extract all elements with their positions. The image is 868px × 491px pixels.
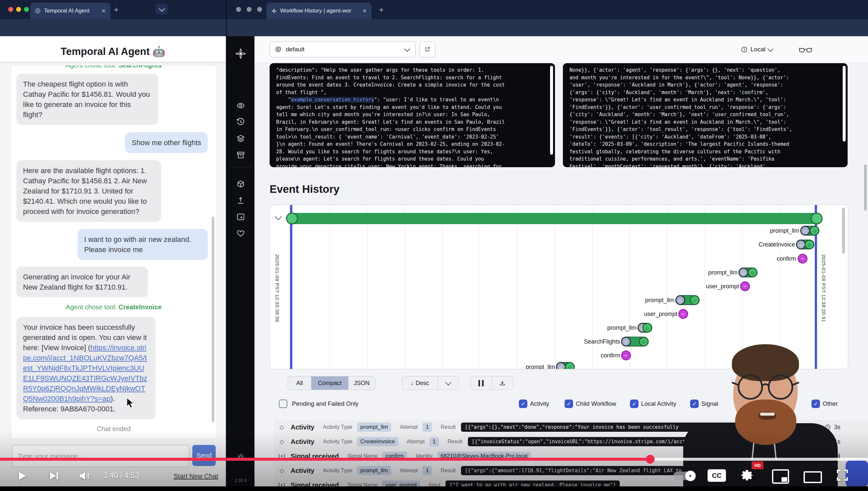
signal-marker[interactable]: •• <box>678 309 688 319</box>
sort-desc-button[interactable]: ↓Desc <box>402 376 438 389</box>
left-url-bar: ← → ⟳ i localhost:5173 ☆ C: ⋮ <box>0 19 226 36</box>
workflow-end-marker[interactable] <box>811 212 823 225</box>
workflows-eye-icon[interactable] <box>237 102 245 110</box>
code-line: Festival', 'monthContext': 'requested mo… <box>569 163 841 168</box>
right-url-bar: ← → ⟳ i localhost:8233/namespaces/defaul… <box>227 19 868 36</box>
chat-page: Agent chose tool: SearchFlights The chea… <box>0 62 226 491</box>
workflow-result-panel[interactable]: None}}, {'actor': 'agent', 'response': {… <box>563 63 848 167</box>
play-button[interactable] <box>14 469 29 483</box>
temporal-logo-icon[interactable] <box>235 48 246 59</box>
schedules-clock-icon[interactable] <box>237 118 245 126</box>
video-letterbox <box>0 486 868 491</box>
close-window-button[interactable] <box>236 7 241 12</box>
start-new-chat-link[interactable]: Start New Chat <box>174 472 218 480</box>
activity-completed-marker[interactable]: ◇ <box>809 226 819 236</box>
activity-scheduled-marker[interactable]: ◇ <box>739 267 748 278</box>
activity-completed-marker[interactable]: ◇ <box>643 323 652 333</box>
workflow-execution-bar[interactable] <box>292 213 817 224</box>
signal-marker[interactable]: •• <box>621 350 631 360</box>
timeline-scrollbar[interactable] <box>842 208 845 254</box>
sidebar-divider <box>229 167 252 168</box>
minimize-window-button[interactable] <box>247 7 251 12</box>
close-window-button[interactable] <box>8 7 13 12</box>
activity-scheduled-marker[interactable]: ◇ <box>800 226 810 236</box>
activity-completed-marker[interactable]: ◇ <box>805 239 814 250</box>
video-scrubber-handle[interactable] <box>646 455 655 464</box>
batch-layers-icon[interactable] <box>237 134 245 143</box>
tab-list-chevron-button[interactable] <box>156 4 168 15</box>
minimize-window-button[interactable] <box>16 7 21 12</box>
pending-failed-checkbox[interactable] <box>279 400 287 408</box>
activity-completed-marker[interactable]: ◇ <box>565 362 575 369</box>
video-progress-watched[interactable] <box>0 458 650 461</box>
chat-header: Temporal AI Agent 🤖 <box>0 36 226 62</box>
code-line: traditional cuisine, performances, and a… <box>569 155 841 163</box>
labs-glasses-icon[interactable] <box>799 46 812 54</box>
close-tab-icon[interactable]: ✕ <box>363 8 367 14</box>
chevron-down-icon <box>404 46 410 52</box>
invoice-link[interactable]: https://invoice.stripe.com/i/acct_1NBOLu… <box>23 344 147 403</box>
view-all-button[interactable]: All <box>288 376 311 389</box>
code-line: festival globally, celebrating the diver… <box>569 148 841 156</box>
pause-button[interactable] <box>470 376 492 389</box>
beard <box>735 400 796 445</box>
collapse-chevron-icon[interactable] <box>275 213 282 220</box>
view-compact-button[interactable]: Compact <box>311 376 348 389</box>
signal-marker[interactable]: •• <box>740 281 750 291</box>
activity-completed-marker[interactable]: ◇ <box>639 337 649 347</box>
sort-chevron-button[interactable] <box>438 376 458 389</box>
new-tab-button[interactable]: + <box>114 5 119 14</box>
activity-completed-marker[interactable]: ◇ <box>690 295 700 305</box>
video-progress-remaining[interactable] <box>654 458 868 461</box>
mouse-cursor <box>126 398 135 408</box>
labs-image-icon[interactable] <box>237 212 245 221</box>
archival-box-icon[interactable] <box>237 151 245 159</box>
workflow-start-marker[interactable] <box>286 212 298 225</box>
new-tab-button[interactable]: + <box>379 5 384 14</box>
activity-completed-marker[interactable]: ◇ <box>748 267 757 278</box>
activity-checkbox[interactable]: ✓ <box>519 400 527 408</box>
activity-scheduled-marker[interactable]: ◇ <box>675 295 685 305</box>
import-upload-icon[interactable] <box>237 196 245 205</box>
tool-choice-message: Agent chose tool: CreateInvoice <box>17 304 211 311</box>
download-button[interactable] <box>492 376 513 389</box>
code-scrollbar[interactable] <box>550 66 553 155</box>
namespace-select[interactable]: default <box>270 41 415 57</box>
zoom-window-button[interactable] <box>24 7 29 12</box>
code-line: "example_conversation_history": "user: I… <box>276 96 549 104</box>
namespace-value: default <box>286 46 305 53</box>
zoom-window-button[interactable] <box>257 7 262 12</box>
settings-gear-icon[interactable] <box>739 467 755 483</box>
workflow-input-panel[interactable]: "description": "Help the user gather arg… <box>270 63 555 167</box>
view-json-button[interactable]: JSON <box>348 376 375 389</box>
volume-icon[interactable] <box>76 469 91 483</box>
message-input[interactable]: Type your message... <box>12 445 189 467</box>
open-namespace-button[interactable] <box>420 41 435 57</box>
namespace-icon <box>275 46 282 53</box>
child-workflow-checkbox[interactable]: ✓ <box>564 400 573 408</box>
activity-scheduled-marker[interactable]: ◇ <box>556 362 566 369</box>
theater-mode-button[interactable] <box>804 471 822 483</box>
autoplay-toggle[interactable] <box>673 471 695 480</box>
fullscreen-button[interactable] <box>835 468 849 483</box>
timezone-select[interactable]: Local <box>741 36 773 62</box>
chat-scrollbar[interactable] <box>212 216 214 422</box>
next-button[interactable] <box>46 469 61 483</box>
timeline-event-label: prompt_llm <box>645 297 674 304</box>
send-button[interactable]: Send <box>192 445 216 466</box>
captions-button[interactable]: CC <box>708 469 726 482</box>
code-scrollbar[interactable] <box>843 66 846 142</box>
signal-marker[interactable]: •• <box>798 254 807 264</box>
page-scrollbar[interactable] <box>864 165 867 211</box>
activity-diamond-icon: ◇ <box>278 467 286 474</box>
nexus-cube-icon[interactable] <box>237 180 245 188</box>
activity-scheduled-marker[interactable]: ◇ <box>621 337 631 347</box>
tab-workflow-history[interactable]: Workflow History | agent-wor ✕ <box>266 3 372 19</box>
close-tab-icon[interactable]: ✕ <box>102 8 106 14</box>
chat-card: Agent chose tool: SearchFlights The chea… <box>11 65 217 439</box>
tab-temporal-ai-agent[interactable]: Temporal AI Agent ✕ <box>30 3 111 19</box>
feedback-heart-icon[interactable] <box>237 229 245 238</box>
miniplayer-button[interactable] <box>772 469 789 484</box>
local-activity-checkbox[interactable]: ✓ <box>630 400 639 408</box>
clock-icon <box>741 46 748 53</box>
